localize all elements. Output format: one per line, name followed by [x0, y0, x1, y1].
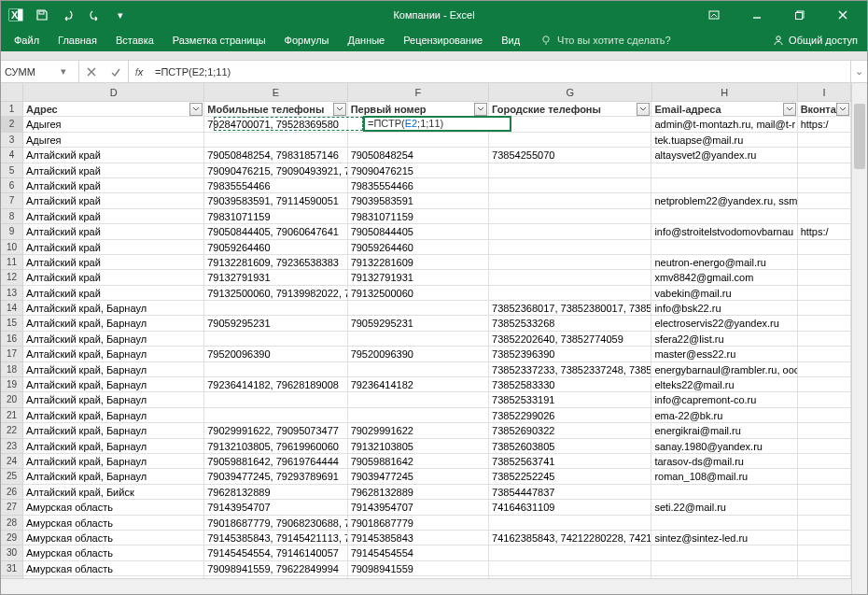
cell[interactable]: [798, 255, 851, 269]
redo-icon[interactable]: [85, 6, 104, 24]
cell[interactable]: 79831071159: [204, 209, 347, 223]
cell[interactable]: [489, 576, 651, 578]
row-header[interactable]: 17: [1, 347, 22, 361]
cell[interactable]: [348, 133, 489, 147]
cell[interactable]: 79059264460: [348, 240, 489, 254]
scroll-thumb[interactable]: [854, 104, 865, 169]
horizontal-scrollbar[interactable]: [1, 578, 851, 594]
row-header[interactable]: 3: [1, 133, 22, 148]
cell[interactable]: Алтайский край, Барнаул: [23, 439, 204, 453]
cell[interactable]: Алтайский край, Бийск: [23, 485, 204, 499]
cell[interactable]: 79619572740: [348, 576, 489, 578]
cell[interactable]: 79520096390: [204, 347, 347, 361]
cell[interactable]: 73852533191: [489, 392, 651, 406]
cell[interactable]: 79050844405: [348, 224, 489, 238]
row-header[interactable]: 13: [1, 286, 22, 301]
row-header[interactable]: 15: [1, 316, 22, 331]
cell[interactable]: 79831071159: [348, 209, 489, 223]
cell[interactable]: [798, 270, 851, 284]
cell[interactable]: 79018687779: [348, 516, 489, 530]
cell[interactable]: elteks22@mail.ru: [651, 377, 797, 391]
ribbon-options-icon[interactable]: [695, 4, 733, 26]
cell[interactable]: 79059295231: [348, 316, 489, 330]
header-cell[interactable]: Первый номер: [348, 102, 489, 116]
cell[interactable]: [798, 286, 851, 300]
cell[interactable]: [348, 408, 489, 422]
cell[interactable]: [489, 193, 651, 207]
cell[interactable]: [798, 240, 851, 254]
cell[interactable]: [651, 240, 797, 254]
filter-dropdown-icon[interactable]: [637, 103, 650, 116]
cell[interactable]: [798, 531, 851, 545]
cell[interactable]: [798, 500, 851, 514]
cell[interactable]: 79132281609: [348, 255, 489, 269]
cell[interactable]: master@ess22.ru: [651, 347, 797, 361]
row-header[interactable]: 21: [1, 408, 22, 423]
save-icon[interactable]: [33, 6, 51, 24]
col-header-D[interactable]: D: [23, 83, 204, 101]
cell[interactable]: ema-22@bk.ru: [651, 408, 797, 422]
restore-icon[interactable]: [781, 4, 819, 26]
tab-view[interactable]: Вид: [492, 29, 529, 51]
cell[interactable]: [798, 545, 851, 560]
cell[interactable]: [798, 163, 851, 177]
cell[interactable]: 79145385843, 79145421113, 7914: [204, 531, 347, 545]
cell[interactable]: electroservis22@yandex.ru: [651, 316, 797, 330]
row-header[interactable]: 2: [1, 117, 22, 132]
cell[interactable]: sintez@sintez-led.ru: [651, 531, 797, 545]
cell[interactable]: [798, 469, 851, 483]
select-all-corner[interactable]: [1, 83, 23, 102]
cell[interactable]: [348, 332, 489, 346]
formula-expand-icon[interactable]: ⌄: [850, 61, 867, 82]
cell[interactable]: [798, 485, 851, 499]
header-cell[interactable]: Email-адреса: [651, 102, 797, 116]
cell[interactable]: Алтайский край, Барнаул: [23, 408, 204, 422]
row-header[interactable]: 19: [1, 377, 22, 392]
cell[interactable]: [204, 392, 347, 406]
cell[interactable]: 79520096390: [348, 347, 489, 361]
filter-dropdown-icon[interactable]: [836, 103, 849, 116]
cell[interactable]: [798, 148, 851, 162]
cell[interactable]: [651, 516, 797, 530]
col-header-I[interactable]: I: [798, 83, 851, 101]
cell[interactable]: Алтайский край: [23, 163, 204, 177]
header-cell[interactable]: Адрес: [23, 102, 204, 116]
cell[interactable]: [348, 362, 489, 376]
row-header[interactable]: 20: [1, 392, 22, 407]
tell-me[interactable]: Что вы хотите сделать?: [540, 35, 671, 46]
cell[interactable]: 74162385843, 74212280228, 7421: [489, 531, 651, 545]
cell[interactable]: 73852603805: [489, 439, 651, 453]
cell[interactable]: 73852368017, 73852380017, 7385: [489, 301, 651, 315]
row-header[interactable]: 5: [1, 163, 22, 178]
cell[interactable]: 79090476215, 79090493921, 7913: [204, 163, 347, 177]
cell[interactable]: [798, 209, 851, 223]
cell[interactable]: 79236414182: [348, 377, 489, 391]
enter-icon[interactable]: [104, 66, 128, 78]
cell[interactable]: elektrika-blag@yandex.ru: [651, 576, 797, 578]
cell[interactable]: [798, 332, 851, 346]
cell[interactable]: [348, 392, 489, 406]
cell[interactable]: Алтайский край, Барнаул: [23, 347, 204, 361]
cell[interactable]: info@stroitelstvodomovbarnau: [651, 224, 797, 238]
row-header[interactable]: 10: [1, 240, 22, 255]
cell[interactable]: [489, 133, 651, 147]
cell[interactable]: 73854447837: [489, 485, 651, 499]
cell[interactable]: 79619572740: [204, 576, 347, 578]
cell[interactable]: [489, 240, 651, 254]
cell[interactable]: 79098941559, 79622849994: [204, 561, 347, 575]
cell[interactable]: [798, 392, 851, 406]
cell[interactable]: 79050848254, 79831857146: [204, 148, 347, 162]
tab-home[interactable]: Главная: [49, 29, 106, 51]
cell[interactable]: 73852337233, 73852337248, 7385: [489, 362, 651, 376]
cell[interactable]: 79236414182, 79628189008: [204, 377, 347, 391]
cell[interactable]: Алтайский край, Барнаул: [23, 392, 204, 406]
cell[interactable]: admin@t-montazh.ru, mail@t-r: [651, 117, 797, 131]
cell[interactable]: Алтайский край: [23, 270, 204, 284]
cell[interactable]: [798, 193, 851, 207]
row-header[interactable]: 26: [1, 485, 22, 500]
formula-text[interactable]: =ПСТР(E2;1;11): [155, 66, 231, 78]
cell[interactable]: 73852252245: [489, 469, 651, 483]
cell[interactable]: [798, 408, 851, 422]
cell[interactable]: 73852202640, 73852774059: [489, 332, 651, 346]
cell[interactable]: 73854255070: [489, 148, 651, 162]
